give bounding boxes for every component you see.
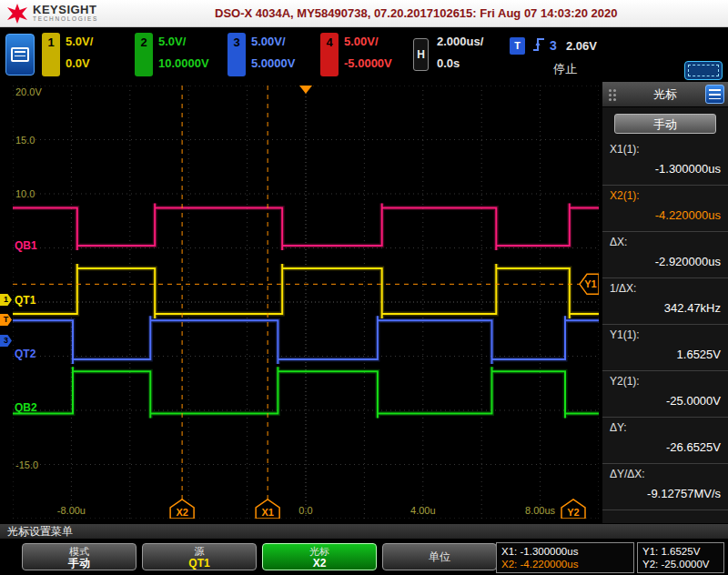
cursor-panel-header: 光标 — [602, 82, 728, 107]
x-axis-label: 8.00us — [525, 505, 556, 516]
trigger-position-marker — [299, 86, 312, 94]
timebase-scale: 2.000us/ — [437, 35, 504, 48]
softkey-bar: 模式 手动 源 QT1 光标 X2 单位 X1: -1.300000us X2:… — [0, 539, 728, 575]
readout-y2: Y2: -25.0000V — [642, 558, 719, 570]
cursor-panel: 光标 手动 X1(1): -1.300000us X2(1): -4.22000… — [602, 82, 728, 523]
acquisition-status: 停止 — [553, 61, 577, 77]
instrument-title: DSO-X 4034A, MY58490738, 07.20.201710261… — [215, 6, 618, 20]
softkey-mode-value: 手动 — [23, 558, 136, 570]
wave-label-QB1: QB1 — [15, 239, 37, 252]
keysight-spark-icon — [7, 4, 27, 24]
waveform-display: QB1QT1QT2QB220.0V15.010.0-15.0-8.00u0.04… — [0, 82, 602, 523]
wave-glow-QB1 — [13, 204, 599, 251]
channel4-status[interactable]: 4 5.00V/ -5.0000V — [320, 33, 411, 76]
inv-delta-x-label: 1/ΔX: — [610, 282, 721, 295]
touch-screen-icon[interactable] — [684, 61, 723, 80]
wave-glow-QB2 — [13, 367, 599, 418]
brand-block: KEYSIGHT TECHNOLOGIES — [33, 4, 98, 23]
channel2-text: 5.0V/ 10.0000V — [158, 35, 226, 70]
channel1-offset: 0.0V — [66, 56, 133, 70]
panel-menu-icon[interactable] — [705, 85, 724, 104]
channel3-offset: 5.0000V — [251, 56, 318, 70]
softkey-source-label: 源 — [143, 545, 256, 558]
delta-y-label: ΔY: — [610, 421, 721, 434]
slope-value: -9.12757MV/s — [610, 487, 721, 500]
y1-label: Y1(1): — [610, 328, 721, 341]
channel2-status[interactable]: 2 5.0V/ 10.0000V — [135, 33, 226, 76]
trigger-badge: T — [510, 37, 525, 55]
xy-cursor-readout-y: Y1: 1.6525V Y2: -25.0000V — [637, 542, 724, 573]
softkey-source[interactable]: 源 QT1 — [142, 543, 257, 570]
channel2-badge: 2 — [135, 33, 153, 76]
panel-drag-handle[interactable] — [609, 89, 612, 92]
ch3-ground-marker[interactable]: 3 — [0, 335, 12, 347]
cursor-mode-button[interactable]: 手动 — [614, 114, 716, 134]
x1-label: X1(1): — [610, 143, 721, 156]
trigger-source: 3 — [550, 38, 557, 53]
softkey-cursor-value: X2 — [263, 558, 376, 570]
softkey-cursor-label: 光标 — [263, 545, 376, 558]
delta-x-label: ΔX: — [610, 236, 721, 248]
x2-label: X2(1): — [610, 189, 721, 202]
readout-x1: X1: -1.300000us — [501, 545, 629, 558]
timebase-delay: 0.0s — [437, 56, 504, 70]
title-bar: KEYSIGHT TECHNOLOGIES DSO-X 4034A, MY584… — [0, 0, 728, 27]
trigger-status[interactable]: T 3 2.06V 停止 — [510, 33, 673, 76]
softkey-units-label: 单位 — [383, 545, 496, 570]
y1-readout-row: Y1(1): 1.6525V — [602, 325, 728, 371]
brand-subtitle: TECHNOLOGIES — [33, 15, 98, 23]
y1-value: 1.6525V — [610, 348, 721, 361]
channel4-offset: -5.0000V — [344, 56, 411, 70]
touch-zone-glyph — [688, 65, 719, 76]
timebase-badge: H — [413, 38, 429, 71]
slope-label: ΔY/ΔX: — [610, 468, 721, 480]
x2-cursor-flag-label: X2 — [176, 507, 187, 518]
x2-value: -4.220000us — [610, 208, 721, 222]
brand-name: KEYSIGHT — [33, 4, 98, 15]
channel1-badge: 1 — [42, 33, 60, 76]
x1-readout-row: X1(1): -1.300000us — [602, 139, 728, 186]
menu-title-bar: 光标设置菜单 — [0, 523, 728, 539]
channel2-scale: 5.0V/ — [158, 35, 226, 48]
x-axis-label: 0.0 — [298, 505, 312, 516]
softkey-mode[interactable]: 模式 手动 — [22, 543, 136, 570]
wave-label-QT1: QT1 — [15, 294, 36, 307]
xy-cursor-readout-x: X1: -1.300000us X2: -4.220000us — [496, 542, 634, 573]
x2-readout-row: X2(1): -4.220000us — [602, 186, 728, 232]
channel1-scale: 5.0V/ — [66, 35, 133, 48]
readout-x2: X2: -4.220000us — [501, 558, 629, 570]
readout-y1: Y1: 1.6525V — [642, 545, 719, 558]
y2-readout-row: Y2(1): -25.0000V — [602, 371, 728, 418]
wave-glow-QT1 — [13, 264, 599, 318]
y2-value: -25.0000V — [610, 394, 721, 408]
inv-delta-x-value: 342.47kHz — [610, 301, 721, 315]
channel3-scale: 5.00V/ — [251, 35, 318, 48]
channel1-status[interactable]: 1 5.0V/ 0.0V — [42, 33, 133, 76]
trigger-level: 2.06V — [566, 39, 597, 53]
delta-x-value: -2.920000us — [610, 255, 721, 268]
channel1-text: 5.0V/ 0.0V — [66, 35, 133, 70]
y2-cursor-flag-label: Y2 — [567, 507, 579, 518]
scope-plot: QB1QT1QT2QB220.0V15.010.0-15.0-8.00u0.04… — [13, 86, 599, 519]
wave-label-QB2: QB2 — [15, 401, 37, 414]
ch1-ground-marker[interactable]: 1 — [0, 294, 12, 306]
x-axis-label: -8.00u — [57, 505, 86, 516]
softkey-units[interactable]: 单位 — [382, 543, 497, 570]
y-axis-label: 20.0V — [15, 86, 42, 97]
channel4-text: 5.00V/ -5.0000V — [344, 35, 411, 70]
wave-QT1 — [13, 264, 599, 318]
y1-cursor-flag-label: Y1 — [584, 278, 596, 289]
softkey-cursor[interactable]: 光标 X2 — [262, 543, 377, 570]
y-axis-label: -15.0 — [15, 459, 38, 470]
timebase-status[interactable]: H 2.000us/ 0.0s — [413, 33, 504, 76]
menu-button[interactable] — [5, 34, 35, 76]
y-axis-label: 15.0 — [15, 135, 35, 146]
cursor-panel-title: 光标 — [653, 86, 677, 103]
panel-menu-glyph — [709, 89, 721, 99]
wave-QB1 — [13, 204, 599, 251]
channel3-status[interactable]: 3 5.00V/ 5.0000V — [228, 33, 318, 76]
channel4-badge: 4 — [320, 33, 339, 76]
channel3-badge: 3 — [228, 33, 246, 76]
trigger-level-marker[interactable]: T — [0, 314, 12, 326]
wave-label-QT2: QT2 — [15, 348, 36, 360]
